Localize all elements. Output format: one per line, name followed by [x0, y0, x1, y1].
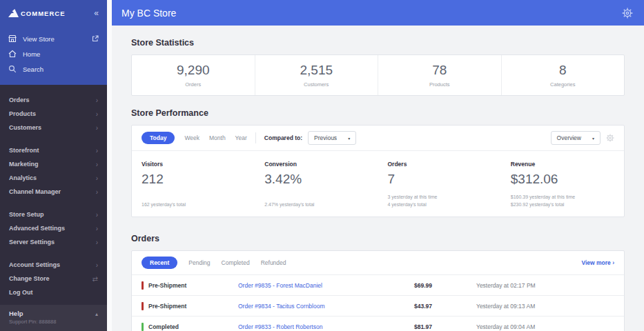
home-icon	[8, 50, 17, 58]
chevron-right-icon: ›	[96, 124, 98, 132]
sidebar-item-label: Channel Manager	[9, 188, 61, 195]
support-pin: Support Pin: 888888	[9, 319, 56, 325]
sidebar-item-label: Server Settings	[9, 239, 55, 245]
sidebar-item-label: Orders	[9, 97, 30, 103]
order-amount: $81.97	[414, 323, 476, 330]
sidebar-item-view-store[interactable]: View Store	[0, 31, 107, 46]
sidebar-item-label: View Store	[23, 35, 86, 43]
period-tab-year[interactable]: Year	[235, 134, 247, 141]
sidebar-item-products[interactable]: Products ›	[0, 107, 107, 121]
sidebar-collapse-icon[interactable]: «	[94, 10, 99, 17]
performance-metrics-row: Visitors 212 162 yesterday's total Conve…	[132, 151, 624, 217]
chevron-right-icon: ›	[612, 259, 614, 266]
order-link[interactable]: Order #9835 - Forest MacDaniel	[238, 282, 414, 289]
order-row[interactable]: Pre-Shipment Order #9835 - Forest MacDan…	[132, 275, 624, 296]
sidebar-item-advanced-settings[interactable]: Advanced Settings ›	[0, 221, 107, 235]
order-row[interactable]: Completed Order #9833 - Robert Robertson…	[132, 317, 624, 331]
sidebar-item-home[interactable]: Home	[0, 46, 107, 61]
stat-value: 9,290	[177, 63, 210, 78]
sidebar-item-label: Advanced Settings	[9, 225, 65, 232]
status-color-bar	[142, 281, 144, 290]
view-more-link[interactable]: View more ›	[581, 259, 614, 266]
external-link-icon	[92, 35, 99, 42]
stat-label: Orders	[185, 81, 201, 88]
sidebar-item-analytics[interactable]: Analytics ›	[0, 171, 107, 185]
performance-filter-row: Today Week Month Year Compared to: Previ…	[132, 126, 624, 151]
period-tab-week[interactable]: Week	[184, 134, 199, 141]
store-performance-card: Today Week Month Year Compared to: Previ…	[131, 125, 625, 217]
metric-conversion: Conversion 3.42% 2.47% yesterday's total	[255, 157, 378, 208]
order-timestamp: Yesterday at 09:13 AM	[476, 303, 614, 310]
stat-customers: 2,515 Customers	[255, 55, 379, 95]
orders-tab-pending[interactable]: Pending	[188, 259, 210, 266]
sidebar-item-change-store[interactable]: Change Store ⇄	[0, 272, 107, 285]
chevron-right-icon: ›	[96, 211, 98, 219]
orders-tab-refunded[interactable]: Refunded	[261, 259, 286, 266]
order-link[interactable]: Order #9834 - Tacitus Cornbloom	[238, 303, 414, 310]
search-icon	[8, 65, 17, 73]
compared-to-value: Previous	[314, 134, 337, 141]
chevron-right-icon: ›	[96, 97, 98, 104]
order-amount: $69.99	[414, 282, 476, 289]
chevron-right-icon: ›	[96, 161, 98, 168]
orders-heading: Orders	[131, 234, 625, 243]
sidebar-item-search[interactable]: Search	[0, 61, 107, 77]
metric-label: Revenue	[511, 161, 614, 168]
sidebar-item-channel-manager[interactable]: Channel Manager ›	[0, 185, 107, 199]
help-text: Help Support Pin: 888888	[9, 310, 56, 325]
metric-orders: Orders 7 3 yesterday at this time 4 yest…	[378, 157, 501, 208]
sidebar-item-orders[interactable]: Orders ›	[0, 93, 107, 107]
stat-value: 8	[559, 63, 567, 78]
sidebar-item-server-settings[interactable]: Server Settings ›	[0, 235, 107, 249]
order-link[interactable]: Order #9833 - Robert Robertson	[238, 323, 414, 330]
nav-group-divider	[0, 134, 107, 143]
sidebar-item-store-setup[interactable]: Store Setup ›	[0, 208, 107, 221]
sidebar-top-section: COMMERCE « View Store Home Search	[0, 0, 107, 85]
settings-gear-icon[interactable]	[622, 8, 633, 19]
sidebar-item-account-settings[interactable]: Account Settings ›	[0, 258, 107, 272]
metric-label: Visitors	[142, 161, 245, 168]
metric-value: 3.42%	[264, 172, 368, 187]
stat-value: 2,515	[300, 63, 333, 78]
orders-tab-recent[interactable]: Recent	[142, 257, 177, 269]
sidebar-item-label: Customers	[9, 124, 41, 131]
stat-label: Categories	[550, 81, 575, 88]
order-amount: $43.97	[414, 303, 476, 310]
stat-label: Products	[429, 81, 450, 88]
sidebar-item-label: Storefront	[9, 147, 39, 154]
orders-tabs-row: Recent Pending Completed Refunded View m…	[132, 251, 624, 275]
orders-tab-completed[interactable]: Completed	[222, 259, 250, 266]
status-color-bar	[142, 302, 144, 310]
metric-subline: 3 yesterday at this time	[388, 193, 491, 201]
chevron-right-icon: ›	[96, 147, 98, 154]
store-title: My BC Store	[121, 8, 176, 19]
sidebar-item-label: Account Settings	[9, 261, 60, 268]
performance-settings-gear-icon[interactable]	[606, 134, 614, 142]
chevron-right-icon: ›	[96, 174, 98, 182]
sidebar-item-customers[interactable]: Customers ›	[0, 121, 107, 134]
store-statistics-card: 9,290 Orders 2,515 Customers 78 Products…	[131, 54, 625, 96]
metric-subline: 4 yesterday's total	[388, 201, 491, 208]
order-row[interactable]: Pre-Shipment Order #9834 - Tacitus Cornb…	[132, 296, 624, 317]
sidebar-item-marketing[interactable]: Marketing ›	[0, 157, 107, 171]
stat-products: 78 Products	[378, 55, 502, 95]
sidebar-item-label: Marketing	[9, 161, 39, 168]
help-section[interactable]: Help Support Pin: 888888 ▴	[0, 305, 107, 331]
sidebar-item-storefront[interactable]: Storefront ›	[0, 143, 107, 157]
sidebar-item-label: Analytics	[9, 174, 37, 181]
sidebar-content-divider	[107, 0, 112, 331]
status-color-bar	[142, 323, 144, 331]
main-area: My BC Store Store Statistics 9,290 Order…	[112, 0, 644, 331]
store-performance-heading: Store Performance	[131, 108, 625, 118]
period-tab-month[interactable]: Month	[209, 134, 226, 141]
sidebar-item-label: Products	[9, 110, 36, 117]
compared-to-label: Compared to:	[264, 134, 302, 141]
sidebar-item-log-out[interactable]: Log Out	[0, 285, 107, 299]
chevron-right-icon: ›	[96, 225, 98, 232]
overview-select[interactable]: Overview ▾	[551, 131, 601, 145]
metric-value: 212	[142, 172, 245, 187]
metric-subline: $230.92 yesterday's total	[511, 201, 614, 208]
period-tab-today[interactable]: Today	[142, 132, 175, 144]
compared-to-select[interactable]: Previous ▾	[308, 131, 356, 145]
sidebar-item-label: Search	[23, 66, 99, 73]
